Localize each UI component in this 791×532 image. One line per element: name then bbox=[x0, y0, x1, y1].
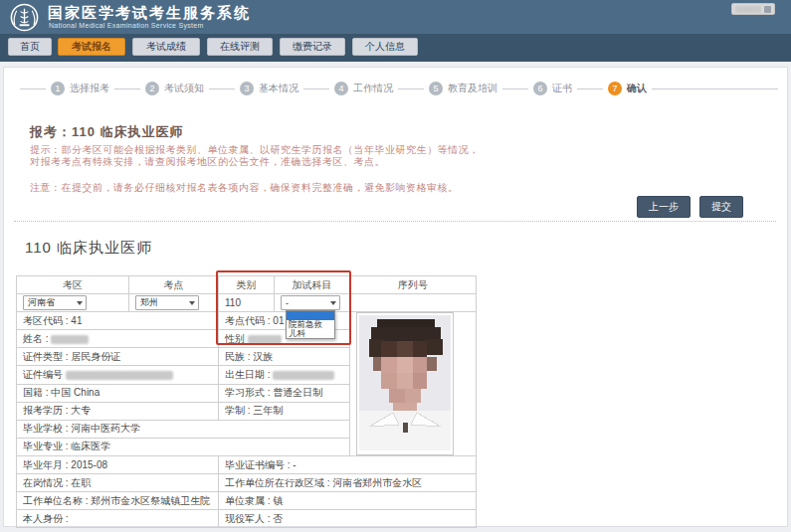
tab-label: 首页 bbox=[20, 40, 40, 54]
tab-label: 缴费记录 bbox=[293, 40, 332, 54]
job-status-cell: 在岗情况 : 在职 bbox=[17, 474, 219, 492]
diploma-no-cell: 毕业证书编号 : - bbox=[219, 456, 477, 474]
previous-step-button[interactable]: 上一步 bbox=[637, 196, 691, 218]
step-circle: 5 bbox=[429, 82, 443, 95]
extra-subject-select[interactable]: - bbox=[281, 295, 340, 310]
action-buttons: 上一步 提交 bbox=[637, 196, 743, 218]
step-1-choose-exam: 1选择报考 bbox=[46, 82, 114, 95]
app-subtitle: National Medical Examination Service Sys… bbox=[49, 22, 204, 29]
region-select-value: 河南省 bbox=[28, 296, 55, 309]
tab-personal-info[interactable]: 个人信息 bbox=[352, 38, 418, 56]
step-label: 工作情况 bbox=[353, 82, 393, 95]
dropdown-option-empty[interactable] bbox=[287, 311, 334, 320]
tab-label: 考试成绩 bbox=[146, 40, 186, 54]
tab-exam-score[interactable]: 考试成绩 bbox=[132, 38, 200, 56]
cert-no-blur bbox=[66, 371, 173, 380]
work-unit-cell: 工作单位名称 : 郑州市金水区祭城镇卫生院 bbox=[17, 492, 219, 510]
step-circle: 4 bbox=[334, 82, 348, 95]
step-connector bbox=[577, 89, 603, 89]
unit-type-cell: 单位隶属 : 镇 bbox=[219, 492, 477, 510]
step-label: 教育及培训 bbox=[448, 82, 497, 95]
tab-label: 考试报名 bbox=[72, 40, 111, 54]
user-widget[interactable] bbox=[731, 3, 775, 15]
study-form-cell: 学习形式 : 普通全日制 bbox=[219, 384, 350, 402]
work-region-cell: 工作单位所在行政区域 : 河南省郑州市金水区 bbox=[219, 474, 477, 492]
table-header-row: 考区 考点 类别 加试科目 序列号 bbox=[17, 276, 477, 294]
site-select[interactable]: 郑州 bbox=[135, 295, 199, 310]
tab-home[interactable]: 首页 bbox=[8, 38, 52, 56]
tab-exam-register[interactable]: 考试报名 bbox=[58, 38, 125, 56]
tip-line-2: 对报考考点有特殊安排，请查阅报考地区的公告文件，准确选择考区、考点。 bbox=[30, 155, 385, 169]
military-cell: 现役军人 : 否 bbox=[219, 510, 477, 528]
birth-blur bbox=[273, 371, 334, 380]
submit-button[interactable]: 提交 bbox=[699, 196, 743, 218]
registration-table: 考区 考点 类别 加试科目 序列号 河南省 郑州 110 - 考区代码 : 41… bbox=[16, 275, 477, 528]
app-header: 国家医学考试考生服务系统 National Medical Examinatio… bbox=[0, 0, 791, 34]
step-connector bbox=[20, 89, 46, 89]
step-label: 考试须知 bbox=[164, 82, 204, 95]
page: 国家医学考试考生服务系统 National Medical Examinatio… bbox=[0, 0, 791, 532]
tab-label: 在线评测 bbox=[220, 40, 260, 54]
nationality-cell: 国籍 : 中国 China bbox=[17, 384, 219, 402]
step-label: 证书 bbox=[552, 82, 572, 95]
birth-label: 出生日期 : bbox=[225, 369, 271, 380]
table-select-row: 河南省 郑州 110 - bbox=[17, 294, 477, 312]
step-circle: 1 bbox=[51, 82, 65, 95]
emblem-icon bbox=[9, 2, 40, 33]
step-6-certificate: 6证书 bbox=[528, 82, 577, 95]
dropdown-option-pediatrics[interactable]: 儿科 bbox=[287, 329, 334, 338]
applicant-photo bbox=[356, 312, 454, 455]
duration-cell: 学制 : 三年制 bbox=[219, 402, 350, 420]
step-wizard: 1选择报考 2考试须知 3基本情况 4工作情况 5教育及培训 6证书 7确认 bbox=[20, 81, 778, 96]
step-connector bbox=[209, 89, 235, 89]
school-cell: 毕业学校 : 河南中医药大学 bbox=[17, 420, 350, 438]
chevron-down-icon bbox=[77, 301, 83, 305]
step-connector bbox=[502, 89, 528, 89]
dotted-divider bbox=[14, 221, 776, 222]
name-label: 姓名 : bbox=[23, 333, 49, 344]
step-7-confirm: 7确认 bbox=[603, 82, 652, 95]
grad-date-cell: 毕业年月 : 2015-08 bbox=[17, 456, 219, 474]
name-cell: 姓名 : bbox=[17, 330, 219, 348]
gender-label: 性别 bbox=[225, 333, 245, 344]
step-connector bbox=[114, 89, 140, 89]
app-title: 国家医学考试考生服务系统 bbox=[48, 4, 251, 23]
step-connector bbox=[652, 89, 778, 89]
col-header-extra-subject: 加试科目 bbox=[275, 276, 350, 294]
step-connector bbox=[398, 89, 424, 89]
nav-bar: 首页 考试报名 考试成绩 在线评测 缴费记录 个人信息 bbox=[0, 34, 791, 62]
step-label: 确认 bbox=[627, 82, 647, 95]
step-label: 基本情况 bbox=[259, 82, 298, 95]
apply-title: 报考：110 临床执业医师 bbox=[30, 123, 184, 141]
tab-payment-record[interactable]: 缴费记录 bbox=[280, 38, 345, 56]
serial-cell bbox=[350, 294, 477, 312]
apply-edu-cell: 报考学历 : 大专 bbox=[17, 402, 219, 420]
step-4-work-info: 4工作情况 bbox=[329, 82, 398, 95]
step-circle: 6 bbox=[533, 82, 547, 95]
col-header-category: 类别 bbox=[219, 276, 275, 294]
section-title: 110 临床执业医师 bbox=[25, 239, 152, 258]
pixelated-portrait-image bbox=[359, 315, 451, 450]
col-header-site: 考点 bbox=[129, 276, 219, 294]
chevron-down-icon bbox=[189, 301, 195, 305]
step-5-education: 5教育及培训 bbox=[424, 82, 502, 95]
username-blur bbox=[735, 6, 761, 13]
region-code-cell: 考区代码 : 41 bbox=[17, 312, 219, 330]
category-value: 110 bbox=[219, 294, 275, 312]
warning-line: 注意：在提交前，请务必仔细核对报名表各项内容，确保资料完整准确，避免影响资格审核… bbox=[30, 181, 459, 195]
col-header-region: 考区 bbox=[17, 276, 129, 294]
site-select-value: 郑州 bbox=[140, 296, 158, 309]
step-2-exam-notice: 2考试须知 bbox=[140, 82, 209, 95]
step-3-basic-info: 3基本情况 bbox=[235, 82, 303, 95]
major-cell: 毕业专业 : 临床医学 bbox=[17, 438, 350, 455]
gender-blur bbox=[248, 335, 282, 344]
dropdown-option-prehospital[interactable]: 院前急救 bbox=[287, 320, 334, 329]
name-blur bbox=[51, 335, 89, 344]
cert-no-label: 证件编号 bbox=[23, 369, 63, 380]
cert-type-cell: 证件类型 : 居民身份证 bbox=[17, 348, 219, 366]
tab-online-eval[interactable]: 在线评测 bbox=[207, 38, 273, 56]
tab-label: 个人信息 bbox=[365, 40, 405, 54]
region-select[interactable]: 河南省 bbox=[23, 295, 87, 310]
step-circle: 3 bbox=[240, 82, 254, 95]
extra-subject-value: - bbox=[286, 298, 289, 308]
